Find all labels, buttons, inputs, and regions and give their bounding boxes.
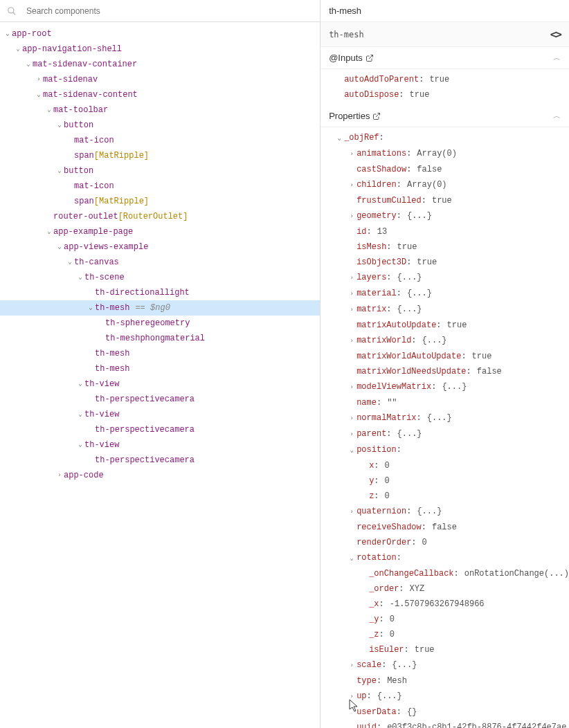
caret-down-icon[interactable]: ⌄ xyxy=(77,378,84,390)
property-row[interactable]: _x:-1.5707963267948966 xyxy=(320,597,569,612)
tree-node[interactable]: mat-icon xyxy=(0,179,320,194)
property-row[interactable]: ›geometry :{...} xyxy=(320,208,569,224)
inputs-section-header[interactable]: @Inputs ︿ xyxy=(320,47,569,69)
property-row[interactable]: ›layers :{...} xyxy=(320,270,569,286)
caret-down-icon[interactable]: ⌄ xyxy=(35,89,42,101)
property-row[interactable]: userData:{} xyxy=(320,704,569,720)
caret-down-icon[interactable]: ⌄ xyxy=(66,256,73,269)
properties-section-header[interactable]: Properties ︿ xyxy=(320,105,569,127)
caret-right-icon[interactable]: › xyxy=(348,272,355,284)
property-row[interactable]: _order:XYZ xyxy=(320,581,569,597)
property-row[interactable]: isObject3D:true xyxy=(320,255,569,270)
caret-down-icon[interactable]: ⌄ xyxy=(46,104,53,116)
caret-down-icon[interactable]: ⌄ xyxy=(15,43,21,55)
property-row[interactable]: ›material :{...} xyxy=(320,286,569,302)
property-row[interactable]: y:0 xyxy=(320,473,569,489)
property-row[interactable]: id:13 xyxy=(320,224,569,239)
tree-node[interactable]: th-perspectivecamera xyxy=(0,453,320,468)
caret-right-icon[interactable]: › xyxy=(348,304,355,316)
tree-node[interactable]: ⌄th-view xyxy=(0,376,320,392)
property-row[interactable]: ›quaternion :{...} xyxy=(320,504,569,520)
caret-right-icon[interactable]: › xyxy=(348,428,355,441)
tree-node[interactable]: ⌄mat-toolbar xyxy=(0,102,320,118)
tree-node[interactable]: ⌄mat-sidenav-content xyxy=(0,87,320,102)
caret-down-icon[interactable]: ⌄ xyxy=(4,28,11,40)
property-row[interactable]: ›matrixWorld :{...} xyxy=(320,333,569,349)
tree-node[interactable]: router-outlet[RouterOutlet] xyxy=(0,209,320,224)
caret-right-icon[interactable]: › xyxy=(35,73,42,86)
component-tree[interactable]: ⌄app-root⌄app-navigation-shell⌄mat-siden… xyxy=(0,22,320,728)
tree-node[interactable]: ⌄mat-sidenav-container xyxy=(0,57,320,72)
view-source-icon[interactable]: <> xyxy=(550,28,561,41)
property-row[interactable]: name:"" xyxy=(320,395,569,410)
caret-down-icon[interactable]: ⌄ xyxy=(336,132,343,145)
tree-node[interactable]: ⌄app-navigation-shell xyxy=(0,42,320,57)
property-row[interactable]: renderOrder:0 xyxy=(320,535,569,550)
caret-down-icon[interactable]: ⌄ xyxy=(348,444,355,457)
property-row[interactable]: ›normalMatrix :{...} xyxy=(320,410,569,426)
property-row[interactable]: uuid:e03f3c8b-c8b1-42fb-8876-4f7442f4e7a… xyxy=(320,720,569,728)
caret-down-icon[interactable]: ⌄ xyxy=(77,271,84,284)
caret-right-icon[interactable]: › xyxy=(348,659,355,672)
property-row[interactable]: ›scale :{...} xyxy=(320,657,569,673)
caret-down-icon[interactable]: ⌄ xyxy=(56,241,63,253)
property-row[interactable]: matrixWorldAutoUpdate:true xyxy=(320,349,569,364)
caret-down-icon[interactable]: ⌄ xyxy=(25,58,32,71)
caret-down-icon[interactable]: ⌄ xyxy=(87,302,94,314)
tree-node[interactable]: span[MatRipple] xyxy=(0,148,320,163)
caret-down-icon[interactable]: ⌄ xyxy=(348,552,355,565)
caret-right-icon[interactable]: › xyxy=(348,210,355,223)
caret-right-icon[interactable]: › xyxy=(348,335,355,347)
property-row[interactable]: _onChangeCallback:onRotationChange(...) xyxy=(320,566,569,581)
caret-down-icon[interactable]: ⌄ xyxy=(46,226,53,238)
caret-right-icon[interactable]: › xyxy=(348,412,355,425)
property-row[interactable]: ›matrix :{...} xyxy=(320,302,569,318)
tree-node[interactable]: mat-icon xyxy=(0,133,320,148)
tree-node[interactable]: th-mesh xyxy=(0,361,320,376)
tree-node[interactable]: ⌄app-example-page xyxy=(0,224,320,239)
caret-down-icon[interactable]: ⌄ xyxy=(56,165,63,177)
tree-node[interactable]: ⌄th-view xyxy=(0,437,320,453)
tree-node[interactable]: ⌄th-view xyxy=(0,407,320,422)
property-row[interactable]: castShadow:false xyxy=(320,162,569,177)
caret-down-icon[interactable]: ⌄ xyxy=(77,408,84,421)
property-row[interactable]: isEuler:true xyxy=(320,642,569,657)
property-row[interactable]: x:0 xyxy=(320,458,569,473)
tree-node[interactable]: th-mesh xyxy=(0,346,320,361)
property-row[interactable]: ›children :Array(0) xyxy=(320,177,569,193)
tree-node[interactable]: ›app-code xyxy=(0,468,320,483)
tree-node[interactable]: th-perspectivecamera xyxy=(0,392,320,407)
tree-node[interactable]: ⌄button xyxy=(0,163,320,179)
property-row[interactable]: ›modelViewMatrix :{...} xyxy=(320,379,569,395)
tree-node[interactable]: th-directionallight xyxy=(0,285,320,300)
caret-right-icon[interactable]: › xyxy=(348,506,355,518)
caret-down-icon[interactable]: ⌄ xyxy=(77,439,84,451)
caret-right-icon[interactable]: › xyxy=(348,179,355,192)
property-row[interactable]: autoAddToParent:true xyxy=(320,72,569,87)
tree-node[interactable]: th-perspectivecamera xyxy=(0,422,320,437)
property-row[interactable]: ⌄position: xyxy=(320,442,569,458)
caret-right-icon[interactable]: › xyxy=(348,148,355,161)
property-row[interactable]: receiveShadow:false xyxy=(320,520,569,535)
property-row[interactable]: type:Mesh xyxy=(320,673,569,689)
property-row[interactable]: isMesh:true xyxy=(320,239,569,255)
tree-node[interactable]: ›mat-sidenav xyxy=(0,72,320,87)
tree-node[interactable]: ⌄th-canvas xyxy=(0,255,320,270)
tree-node[interactable]: th-meshphongmaterial xyxy=(0,331,320,346)
search-input[interactable] xyxy=(21,3,313,19)
caret-right-icon[interactable]: › xyxy=(348,288,355,300)
caret-right-icon[interactable]: › xyxy=(348,381,355,394)
property-row[interactable]: ⌄_objRef: xyxy=(320,130,569,146)
caret-right-icon[interactable]: › xyxy=(348,691,355,703)
property-row[interactable]: ›animations :Array(0) xyxy=(320,146,569,162)
tree-node[interactable]: ⌄app-views-example xyxy=(0,239,320,255)
property-row[interactable]: matrixAutoUpdate:true xyxy=(320,318,569,333)
tree-node[interactable]: ⌄th-mesh== $ng0 xyxy=(0,300,320,316)
property-row[interactable]: _y:0 xyxy=(320,612,569,627)
property-row[interactable]: frustumCulled:true xyxy=(320,193,569,208)
property-row[interactable]: _z:0 xyxy=(320,627,569,642)
tree-node[interactable]: ⌄th-scene xyxy=(0,270,320,285)
property-row[interactable]: matrixWorldNeedsUpdate:false xyxy=(320,364,569,379)
property-row[interactable]: ⌄rotation: xyxy=(320,550,569,566)
tree-node[interactable]: ⌄button xyxy=(0,118,320,133)
